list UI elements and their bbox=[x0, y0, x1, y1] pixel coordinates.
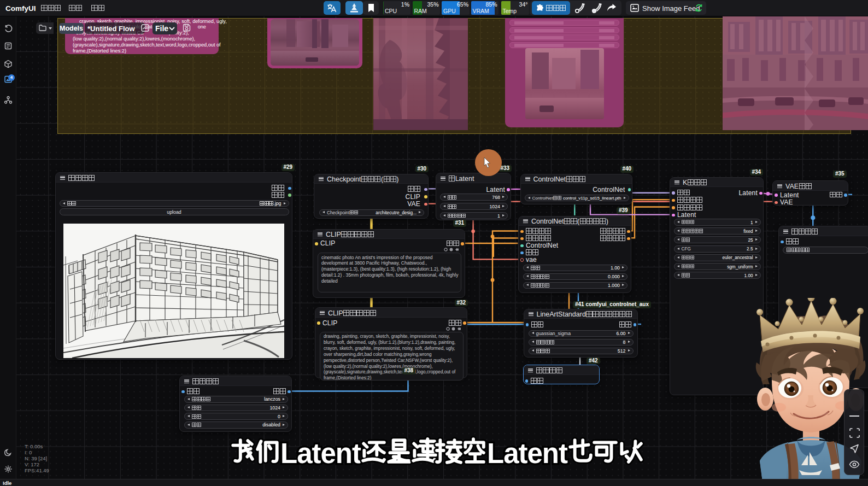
svg-text:Latent: Latent bbox=[280, 438, 361, 469]
svg-text:Latent: Latent bbox=[487, 438, 568, 469]
